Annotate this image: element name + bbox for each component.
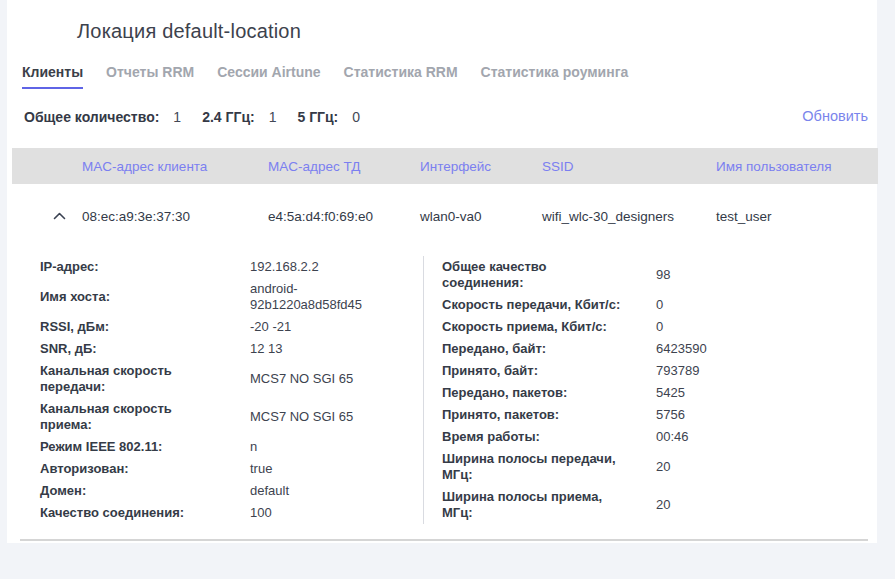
details-right-column: Общее качество соединения: 98 Скорость п… xyxy=(423,256,875,524)
interface-cell: wlan0-va0 xyxy=(420,209,542,224)
detail-row-uptime: Время работы: 00:46 xyxy=(442,426,875,448)
detail-row-tx-bytes: Передано, байт: 6423590 xyxy=(442,338,875,360)
detail-label: Режим IEEE 802.11: xyxy=(40,439,250,455)
detail-value: 98 xyxy=(656,267,670,283)
column-username[interactable]: Имя пользователя xyxy=(716,159,878,174)
detail-row-authorized: Авторизован: true xyxy=(40,458,399,480)
tab-rrm-statistics[interactable]: Статистика RRM xyxy=(344,64,458,89)
detail-label: Канальная скорость приема: xyxy=(40,401,250,433)
details-left-column: IP-адрес: 192.168.2.2 Имя хоста: android… xyxy=(40,256,423,524)
detail-row-tx-channel-rate: Канальная скорость передачи: MCS7 NO SGI… xyxy=(40,360,399,398)
detail-label: Передано, байт: xyxy=(442,341,656,357)
column-client-mac[interactable]: MAC-адрес клиента xyxy=(82,159,268,174)
band-2-4ghz-value: 1 xyxy=(269,109,277,125)
refresh-button[interactable]: Обновить xyxy=(802,108,868,124)
detail-label: Ширина полосы приема, МГц: xyxy=(442,489,656,521)
detail-row-link-quality: Качество соединения: 100 xyxy=(40,502,399,524)
detail-label: Принято, байт: xyxy=(442,363,656,379)
detail-value: true xyxy=(250,461,272,477)
client-counts: Общее количество: 1 2.4 ГГц: 1 5 ГГц: 0 xyxy=(24,109,360,125)
detail-label: Ширина полосы передачи, МГц: xyxy=(442,451,656,483)
detail-value: 6423590 xyxy=(656,341,707,357)
total-count: Общее количество: 1 xyxy=(24,109,181,125)
tab-roaming-statistics[interactable]: Статистика роуминга xyxy=(481,64,629,89)
column-ap-mac[interactable]: MAC-адрес ТД xyxy=(268,159,420,174)
detail-row-rx-channel-rate: Канальная скорость приема: MCS7 NO SGI 6… xyxy=(40,398,399,436)
clients-table-header: MAC-адрес клиента MAC-адрес ТД Интерфейс… xyxy=(12,148,878,184)
bottom-divider xyxy=(20,539,868,541)
tab-airtune-sessions[interactable]: Сессии Airtune xyxy=(217,64,320,89)
detail-value: 0 xyxy=(656,319,663,335)
tab-clients[interactable]: Клиенты xyxy=(22,64,83,89)
detail-row-rx-bandwidth: Ширина полосы приема, МГц: 20 xyxy=(442,486,875,524)
detail-label: SNR, дБ: xyxy=(40,341,250,357)
detail-row-snr: SNR, дБ: 12 13 xyxy=(40,338,399,360)
detail-value: 5425 xyxy=(656,385,685,401)
band-2-4ghz-label: 2.4 ГГц: xyxy=(202,109,255,125)
detail-value: n xyxy=(250,439,257,455)
band-5ghz-count: 5 ГГц: 0 xyxy=(297,109,360,125)
client-row[interactable]: 08:ec:a9:3e:37:30 e4:5a:d4:f0:69:e0 wlan… xyxy=(7,200,873,232)
detail-label: Авторизован: xyxy=(40,461,250,477)
detail-value: 100 xyxy=(250,505,272,521)
detail-row-tx-packets: Передано, пакетов: 5425 xyxy=(442,382,875,404)
band-2-4ghz-count: 2.4 ГГц: 1 xyxy=(202,109,276,125)
detail-value: 20 xyxy=(656,459,670,475)
detail-value: -20 -21 xyxy=(250,319,291,335)
detail-label: Скорость приема, Кбит/с: xyxy=(442,319,656,335)
detail-row-hostname: Имя хоста: android-92b1220a8d58fd45 xyxy=(40,278,399,316)
detail-label: Принято, пакетов: xyxy=(442,407,656,423)
detail-value: MCS7 NO SGI 65 xyxy=(250,409,353,425)
detail-label: Канальная скорость передачи: xyxy=(40,363,250,395)
column-interface[interactable]: Интерфейс xyxy=(420,159,542,174)
tab-bar: Клиенты Отчеты RRM Сессии Airtune Статис… xyxy=(22,64,628,89)
detail-label: Скорость передачи, Кбит/с: xyxy=(442,297,656,313)
client-mac-cell: 08:ec:a9:3e:37:30 xyxy=(82,209,268,224)
detail-label: Качество соединения: xyxy=(40,505,250,521)
tab-rrm-reports[interactable]: Отчеты RRM xyxy=(106,64,194,89)
detail-label: Время работы: xyxy=(442,429,656,445)
detail-row-rx-bytes: Принято, байт: 793789 xyxy=(442,360,875,382)
ssid-cell: wifi_wlc-30_designers xyxy=(542,209,716,224)
detail-label: Передано, пакетов: xyxy=(442,385,656,401)
detail-value: 20 xyxy=(656,497,670,513)
detail-row-ip-address: IP-адрес: 192.168.2.2 xyxy=(40,256,399,278)
detail-value: 00:46 xyxy=(656,429,689,445)
detail-row-rssi: RSSI, дБм: -20 -21 xyxy=(40,316,399,338)
detail-label: IP-адрес: xyxy=(40,259,250,275)
detail-row-tx-bandwidth: Ширина полосы передачи, МГц: 20 xyxy=(442,448,875,486)
ap-mac-cell: e4:5a:d4:f0:69:e0 xyxy=(268,209,420,224)
detail-value: 12 13 xyxy=(250,341,283,357)
detail-label: Домен: xyxy=(40,483,250,499)
detail-value: 793789 xyxy=(656,363,699,379)
detail-label: Общее качество соединения: xyxy=(442,259,656,291)
detail-row-rx-packets: Принято, пакетов: 5756 xyxy=(442,404,875,426)
band-5ghz-label: 5 ГГц: xyxy=(297,109,338,125)
detail-value: 0 xyxy=(656,297,663,313)
detail-row-ieee-mode: Режим IEEE 802.11: n xyxy=(40,436,399,458)
detail-label: Имя хоста: xyxy=(40,289,250,305)
band-5ghz-value: 0 xyxy=(352,109,360,125)
page-title: Локация default-location xyxy=(77,20,301,43)
username-cell: test_user xyxy=(716,209,873,224)
detail-row-rx-speed: Скорость приема, Кбит/с: 0 xyxy=(442,316,875,338)
location-card: Локация default-location Клиенты Отчеты … xyxy=(7,0,877,543)
total-count-value: 1 xyxy=(173,109,181,125)
collapse-chevron-up-icon[interactable] xyxy=(48,212,82,220)
detail-value: 5756 xyxy=(656,407,685,423)
client-details-panel: IP-адрес: 192.168.2.2 Имя хоста: android… xyxy=(7,256,877,524)
detail-value: MCS7 NO SGI 65 xyxy=(250,371,353,387)
total-count-label: Общее количество: xyxy=(24,109,159,125)
column-ssid[interactable]: SSID xyxy=(542,159,716,174)
detail-row-tx-speed: Скорость передачи, Кбит/с: 0 xyxy=(442,294,875,316)
detail-value: android-92b1220a8d58fd45 xyxy=(250,281,399,313)
detail-row-overall-quality: Общее качество соединения: 98 xyxy=(442,256,875,294)
detail-row-domain: Домен: default xyxy=(40,480,399,502)
detail-value: 192.168.2.2 xyxy=(250,259,319,275)
detail-label: RSSI, дБм: xyxy=(40,319,250,335)
detail-value: default xyxy=(250,483,289,499)
